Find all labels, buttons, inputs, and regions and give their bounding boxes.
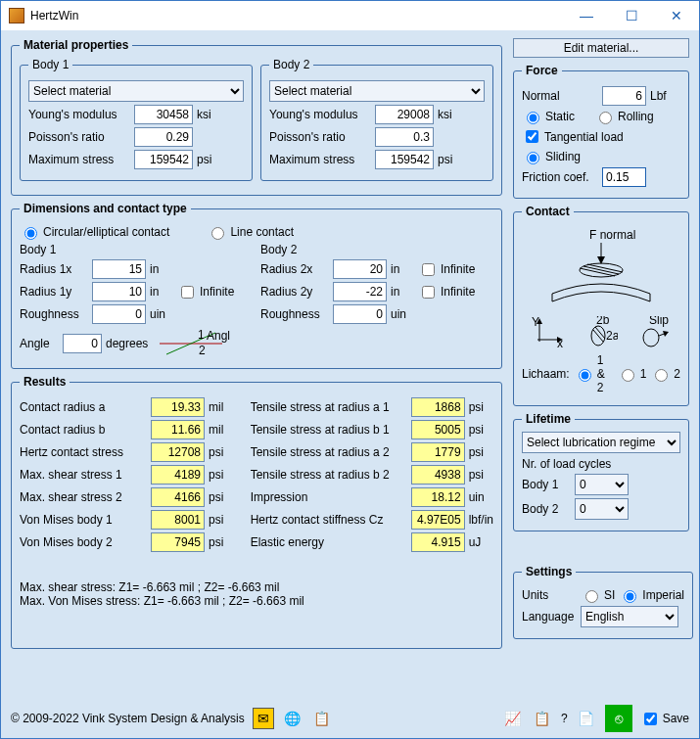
minimize-button[interactable]: — xyxy=(564,1,609,30)
angle-diagram-icon: Angle 1 2 xyxy=(152,330,230,357)
svg-text:x: x xyxy=(557,337,563,349)
svg-text:Y: Y xyxy=(532,316,539,329)
settings-group: Settings Units SI Imperial Language Engl… xyxy=(513,565,693,639)
line-contact-radio[interactable]: Line contact xyxy=(207,224,294,240)
lubrication-select[interactable]: Select lubrication regime xyxy=(522,432,680,453)
material-properties-legend: Material properties xyxy=(20,38,132,52)
results-legend: Results xyxy=(20,375,70,389)
svg-text:1: 1 xyxy=(198,330,205,342)
svg-text:2: 2 xyxy=(199,344,206,357)
save-check[interactable]: Save xyxy=(640,710,689,728)
close-button[interactable]: ✕ xyxy=(654,1,699,30)
svg-text:2a: 2a xyxy=(606,329,618,343)
mail-icon[interactable]: ✉ xyxy=(253,708,274,729)
svg-point-26 xyxy=(643,329,659,346)
dim-body2: Body 2 Radius 2xinInfinite Radius 2yinIn… xyxy=(260,243,493,327)
result-tensile-a1 xyxy=(411,397,465,417)
result-vonmises1 xyxy=(151,510,205,530)
svg-text:Slip: Slip xyxy=(649,316,669,327)
clipboard-icon[interactable]: 📋 xyxy=(532,708,553,729)
circular-contact-radio[interactable]: Circular/elliptical contact xyxy=(20,224,169,240)
force-group: Force NormalLbf Static Rolling Tangentia… xyxy=(513,64,689,199)
svg-line-23 xyxy=(595,327,605,339)
body1-young-input[interactable] xyxy=(134,105,193,124)
angle-input[interactable] xyxy=(63,334,102,353)
globe-icon[interactable]: 🌐 xyxy=(282,708,303,729)
note-max-shear: Max. shear stress: Z1= -6.663 mil ; Z2= … xyxy=(20,580,493,594)
lifetime-body2-select[interactable]: 0 xyxy=(575,498,629,520)
radius1y-input[interactable] xyxy=(92,282,146,301)
tangential-check[interactable]: Tangential load xyxy=(522,127,624,146)
result-max-shear1 xyxy=(151,465,205,485)
body2x-infinite-check[interactable]: Infinite xyxy=(418,260,475,279)
sliding-radio[interactable]: Sliding xyxy=(522,149,581,164)
body1-maxstress-input[interactable] xyxy=(134,150,193,169)
body1-material: Body 1 Select material Young's modulusks… xyxy=(20,58,253,181)
dimensions-legend: Dimensions and contact type xyxy=(20,202,191,215)
rolling-radio[interactable]: Rolling xyxy=(594,109,654,124)
svg-line-22 xyxy=(593,330,603,342)
static-radio[interactable]: Static xyxy=(522,109,575,124)
result-energy xyxy=(411,532,465,552)
contact-group: Contact F normal Yx 2b2a Slip xyxy=(513,205,689,406)
body2-maxstress-input[interactable] xyxy=(375,150,434,169)
body1-material-select[interactable]: Select material xyxy=(28,80,244,102)
dim-body1: Body 1 Radius 1xin Radius 1yinInfinite R… xyxy=(20,243,253,327)
lifetime-group: Lifetime Select lubrication regime Nr. o… xyxy=(513,412,689,531)
material-properties-group: Material properties Body 1 Select materi… xyxy=(11,38,502,196)
radius1x-input[interactable] xyxy=(92,259,146,279)
result-tensile-b1 xyxy=(411,420,465,439)
result-tensile-a2 xyxy=(411,442,465,462)
body2-roughness-input[interactable] xyxy=(333,304,387,324)
edit-material-button[interactable]: Edit material... xyxy=(513,38,689,58)
result-stiffness xyxy=(411,510,465,530)
contact-sub-icons: Yx 2b2a Slip xyxy=(522,316,680,349)
units-si-radio[interactable]: SI xyxy=(581,587,615,603)
titlebar: HertzWin — ☐ ✕ xyxy=(1,1,699,30)
svg-text:F  normal: F normal xyxy=(589,228,635,242)
window-title: HertzWin xyxy=(30,9,78,23)
lichaam-12-radio[interactable]: 1 & 2 xyxy=(574,353,613,394)
maximize-button[interactable]: ☐ xyxy=(609,1,654,30)
force-normal-input[interactable] xyxy=(602,86,646,106)
svg-text:Angle: Angle xyxy=(207,330,230,343)
body2-poisson-input[interactable] xyxy=(375,127,434,147)
radius2x-input[interactable] xyxy=(333,259,387,279)
units-imperial-radio[interactable]: Imperial xyxy=(619,587,684,603)
note-max-vonmises: Max. Von Mises stress: Z1= -6.663 mil ; … xyxy=(20,594,493,608)
clipboard-doc-icon[interactable]: 📋 xyxy=(311,708,333,729)
copyright-text: © 2009-2022 Vink System Design & Analysi… xyxy=(11,712,245,725)
result-contact-radius-a xyxy=(151,397,205,417)
help-icon[interactable]: ? xyxy=(561,712,568,725)
result-hertz-stress xyxy=(151,442,205,462)
result-vonmises2 xyxy=(151,532,205,552)
app-icon xyxy=(9,8,24,23)
lifetime-body1-select[interactable]: 0 xyxy=(575,474,629,495)
result-impression xyxy=(411,487,465,507)
body2-material-select[interactable]: Select material xyxy=(269,80,485,102)
dimensions-group: Dimensions and contact type Circular/ell… xyxy=(11,202,502,369)
footer: © 2009-2022 Vink System Design & Analysi… xyxy=(11,705,689,732)
lichaam-2-radio[interactable]: 2 xyxy=(650,366,680,382)
help-page-icon[interactable]: 📄 xyxy=(576,708,597,729)
app-window: HertzWin — ☐ ✕ Material properties Body … xyxy=(0,0,700,739)
result-max-shear2 xyxy=(151,487,205,507)
friction-input[interactable] xyxy=(602,167,646,187)
result-tensile-b2 xyxy=(411,465,465,485)
body2y-infinite-check[interactable]: Infinite xyxy=(418,283,475,301)
language-select[interactable]: English xyxy=(581,606,678,627)
lichaam-1-radio[interactable]: 1 xyxy=(617,366,647,382)
contact-diagram: F normal xyxy=(522,224,680,312)
body1-poisson-input[interactable] xyxy=(134,127,193,147)
svg-text:2b: 2b xyxy=(596,316,610,327)
body1-roughness-input[interactable] xyxy=(92,304,146,324)
chart-icon[interactable]: 📈 xyxy=(502,708,524,729)
body2-material: Body 2 Select material Young's modulusks… xyxy=(260,58,493,181)
body2-young-input[interactable] xyxy=(375,105,434,124)
radius2y-input[interactable] xyxy=(333,282,387,301)
result-contact-radius-b xyxy=(151,420,205,439)
exit-icon[interactable]: ⎋ xyxy=(605,705,632,732)
results-group: Results Contact radius amil Contact radi… xyxy=(11,375,502,649)
body1-infinite-check[interactable]: Infinite xyxy=(177,283,234,301)
